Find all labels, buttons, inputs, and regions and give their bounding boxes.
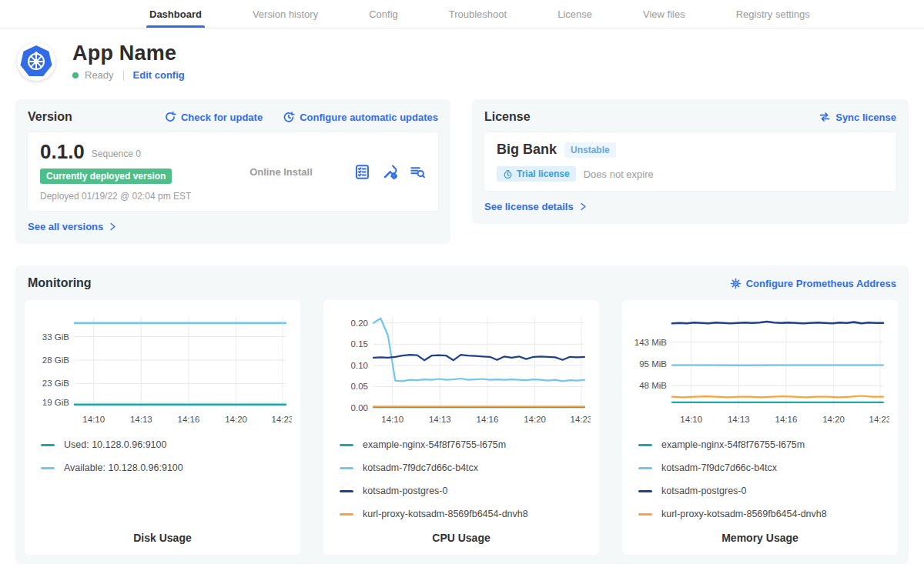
monitoring-section: Monitoring — [15, 265, 909, 564]
legend-label: example-nginx-54f8f76755-l675m — [363, 439, 506, 450]
svg-text:14:23: 14:23 — [570, 415, 591, 424]
license-customer-name: Big Bank — [497, 142, 557, 158]
legend-label: kotsadm-postgres-0 — [363, 486, 447, 496]
tab-version-history[interactable]: Version history — [249, 0, 321, 28]
license-expiry-text: Does not expire — [584, 169, 654, 180]
preflight-checklist-icon — [354, 164, 370, 180]
edit-config-gear-button[interactable] — [382, 164, 398, 180]
svg-text:14:10: 14:10 — [680, 415, 702, 424]
license-card: License Sync license Big — [472, 99, 909, 224]
svg-text:0.05: 0.05 — [351, 382, 368, 391]
preflight-checks-button[interactable] — [354, 164, 370, 180]
chart-legend: Used: 10.128.0.96:9100Available: 10.128.… — [41, 439, 293, 473]
svg-text:0.20: 0.20 — [351, 319, 368, 328]
divider — [123, 70, 124, 81]
see-all-versions-link[interactable]: See all versions — [28, 221, 118, 232]
chevron-right-icon — [578, 202, 588, 212]
legend-swatch — [638, 513, 652, 516]
svg-text:14:20: 14:20 — [822, 415, 845, 424]
svg-text:28 GiB: 28 GiB — [42, 355, 69, 365]
legend-swatch — [638, 467, 652, 469]
top-navbar: Dashboard Version history Config Trouble… — [0, 0, 924, 28]
legend-item: kotsadm-postgres-0 — [638, 486, 891, 496]
version-card-title: Version — [28, 110, 72, 124]
check-for-update-button[interactable]: Check for update — [164, 111, 263, 123]
channel-badge: Unstable — [564, 142, 616, 158]
charts-row: 14:1014:1314:1614:2014:2319 GiB23 GiB28 … — [25, 300, 899, 555]
svg-text:14:23: 14:23 — [271, 415, 292, 424]
svg-text:14:16: 14:16 — [178, 415, 200, 424]
legend-item: kotsadm-7f9dc7d66c-b4tcx — [638, 462, 891, 473]
svg-text:19 GiB: 19 GiB — [42, 398, 69, 407]
see-license-details-link[interactable]: See license details — [484, 201, 588, 212]
svg-text:14:13: 14:13 — [130, 415, 152, 424]
memory-usage-chart-card: 14:1014:1314:1614:2014:2348 MiB95 MiB143… — [622, 300, 898, 555]
legend-item: kurl-proxy-kotsadm-8569fb6454-dnvh8 — [340, 509, 592, 519]
app-header: App Name Ready Edit config — [0, 28, 924, 88]
legend-swatch — [340, 513, 353, 516]
gear-icon — [730, 278, 742, 289]
legend-label: kurl-proxy-kotsadm-8569fb6454-dnvh8 — [661, 509, 827, 519]
svg-text:14:23: 14:23 — [869, 415, 889, 424]
legend-item: kurl-proxy-kotsadm-8569fb6454-dnvh8 — [638, 509, 891, 519]
tab-view-files[interactable]: View files — [640, 0, 688, 28]
legend-swatch — [41, 467, 55, 469]
tab-license[interactable]: License — [554, 0, 595, 28]
tab-registry-settings[interactable]: Registry settings — [733, 0, 813, 28]
view-logs-button[interactable] — [410, 164, 426, 180]
line-chart: 14:1014:1314:1614:2014:2319 GiB23 GiB28 … — [32, 309, 292, 429]
tab-dashboard[interactable]: Dashboard — [146, 0, 205, 28]
svg-text:14:10: 14:10 — [381, 415, 403, 424]
legend-label: Available: 10.128.0.96:9100 — [64, 462, 183, 473]
legend-swatch — [638, 490, 652, 492]
chart-title: Disk Usage — [32, 522, 293, 544]
line-chart: 14:1014:1314:1614:2014:2348 MiB95 MiB143… — [629, 309, 889, 429]
legend-item: example-nginx-54f8f76755-l675m — [340, 439, 592, 450]
svg-text:143 MiB: 143 MiB — [634, 338, 668, 347]
chevron-right-icon — [108, 222, 118, 232]
svg-text:14:10: 14:10 — [82, 415, 105, 424]
page-title: App Name — [72, 42, 185, 65]
legend-label: kotsadm-7f9dc7d66c-b4tcx — [661, 462, 777, 473]
tab-config[interactable]: Config — [366, 0, 401, 28]
configure-automatic-updates-button[interactable]: Configure automatic updates — [283, 111, 438, 123]
legend-swatch — [41, 444, 55, 446]
refresh-icon — [164, 111, 176, 123]
install-type-label: Online Install — [208, 166, 354, 178]
configure-prometheus-button[interactable]: Configure Prometheus Address — [730, 278, 896, 289]
edit-config-link[interactable]: Edit config — [133, 69, 185, 81]
svg-text:0.10: 0.10 — [351, 361, 368, 370]
status-text: Ready — [85, 69, 114, 81]
cpu-usage-chart-card: 14:1014:1314:1614:2014:230.000.050.100.1… — [323, 300, 599, 555]
sync-license-button[interactable]: Sync license — [819, 111, 896, 123]
app-logo — [17, 42, 55, 81]
legend-swatch — [340, 467, 353, 469]
chart-title: CPU Usage — [330, 522, 592, 544]
kubernetes-icon — [18, 44, 54, 79]
svg-text:23 GiB: 23 GiB — [42, 379, 69, 388]
license-details-box: Big Bank Unstable Trial license Does not… — [484, 132, 896, 191]
legend-item: Available: 10.128.0.96:9100 — [41, 462, 293, 473]
disk-usage-chart-card: 14:1014:1314:1614:2014:2319 GiB23 GiB28 … — [25, 300, 300, 555]
svg-text:14:20: 14:20 — [225, 415, 247, 424]
svg-text:33 GiB: 33 GiB — [42, 332, 69, 342]
legend-label: kotsadm-7f9dc7d66c-b4tcx — [363, 462, 478, 473]
legend-swatch — [638, 444, 652, 446]
deployed-timestamp: Deployed 01/19/22 @ 02:04 pm EST — [40, 191, 208, 202]
legend-swatch — [340, 490, 353, 492]
version-number: 0.1.0 — [40, 142, 85, 162]
svg-text:0.00: 0.00 — [351, 403, 368, 412]
license-card-title: License — [484, 110, 531, 124]
svg-text:14:13: 14:13 — [728, 415, 750, 424]
legend-item: kotsadm-7f9dc7d66c-b4tcx — [340, 462, 592, 473]
legend-label: Used: 10.128.0.96:9100 — [64, 439, 166, 450]
deployed-version-box: 0.1.0 Sequence 0 Currently deployed vers… — [28, 132, 438, 211]
svg-text:14:16: 14:16 — [477, 415, 499, 424]
deployed-badge: Currently deployed version — [40, 169, 172, 184]
chart-legend: example-nginx-54f8f76755-l675mkotsadm-7f… — [638, 439, 891, 519]
svg-text:48 MiB: 48 MiB — [639, 381, 667, 390]
legend-swatch — [340, 444, 353, 446]
stopwatch-icon — [503, 169, 513, 179]
legend-item: kotsadm-postgres-0 — [340, 486, 592, 496]
tab-troubleshoot[interactable]: Troubleshoot — [446, 0, 510, 28]
